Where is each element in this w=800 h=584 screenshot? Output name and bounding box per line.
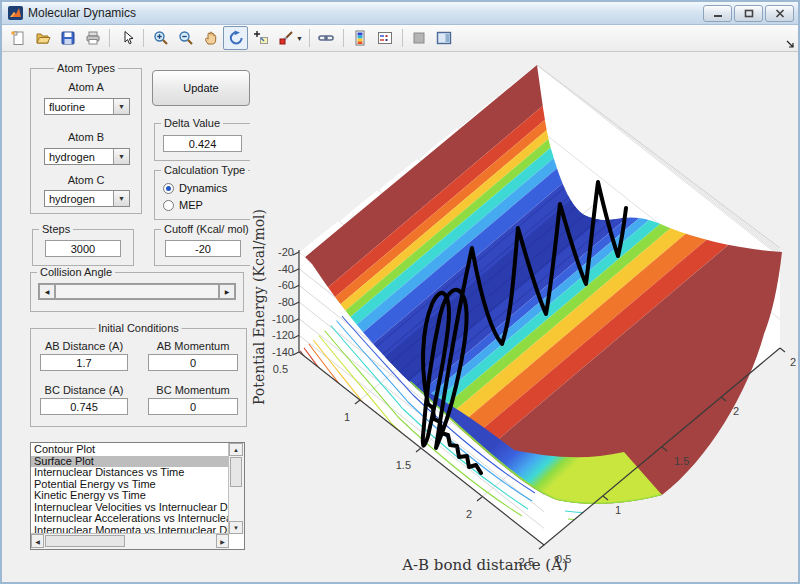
atom-c-dropdown[interactable]: hydrogen ▼ bbox=[44, 190, 130, 207]
cutoff-input[interactable] bbox=[165, 240, 241, 257]
atom-b-dropdown[interactable]: hydrogen ▼ bbox=[44, 148, 130, 165]
surface-plot-axes[interactable]: -20 -40 -60 -80 -100 -120 -140 0.5 1 1.5… bbox=[250, 52, 800, 584]
scroll-down-icon[interactable]: ▼ bbox=[229, 521, 243, 534]
delta-value-input[interactable] bbox=[163, 135, 242, 152]
calculation-type-panel: Calculation Type Dynamics MEP bbox=[154, 170, 251, 220]
slider-left-arrow-icon[interactable]: ◀ bbox=[39, 284, 55, 299]
toolbar-overflow-icon[interactable] bbox=[786, 34, 794, 52]
z-axis-label: Potential Energy (Kcal/mol) bbox=[251, 209, 267, 405]
slider-right-arrow-icon[interactable]: ▶ bbox=[219, 284, 235, 299]
list-item[interactable]: Internuclear Accelerations vs Internucle… bbox=[31, 513, 228, 525]
bc-tick: 2 bbox=[733, 405, 739, 417]
show-plot-tools-button[interactable] bbox=[432, 26, 457, 50]
hide-plot-tools-button[interactable] bbox=[407, 26, 432, 50]
print-figure-icon bbox=[85, 30, 101, 46]
slider-thumb[interactable] bbox=[55, 284, 219, 299]
chevron-down-icon[interactable]: ▼ bbox=[113, 191, 129, 206]
atom-a-dropdown[interactable]: fluorine ▼ bbox=[44, 98, 130, 115]
window-title: Molecular Dynamics bbox=[28, 6, 701, 20]
list-item[interactable]: Kinetic Energy vs Time bbox=[31, 490, 228, 502]
zoom-in-button[interactable] bbox=[148, 26, 173, 50]
insert-legend-icon bbox=[377, 30, 393, 46]
app-window: Molecular Dynamics ▼ Atom T bbox=[0, 0, 800, 584]
open-file-button[interactable] bbox=[30, 26, 55, 50]
ab-distance-input[interactable] bbox=[40, 354, 128, 371]
bc-tick: 2 bbox=[790, 356, 796, 368]
cutoff-panel: Cutoff (Kcal/ mol) bbox=[154, 229, 252, 266]
vertical-scrollbar[interactable]: ▲ ▼ bbox=[228, 443, 244, 534]
close-button[interactable] bbox=[765, 5, 794, 22]
atom-c-value: hydrogen bbox=[45, 193, 113, 205]
toolbar-separator bbox=[109, 29, 110, 47]
radio-mep-label: MEP bbox=[179, 199, 203, 211]
pointer-button[interactable] bbox=[114, 26, 139, 50]
new-figure-button[interactable] bbox=[5, 26, 30, 50]
radio-mep[interactable]: MEP bbox=[163, 199, 203, 211]
data-cursor-icon bbox=[253, 30, 269, 46]
collision-angle-slider[interactable]: ◀ ▶ bbox=[38, 283, 236, 300]
collision-angle-panel: Collision Angle ◀ ▶ bbox=[30, 272, 244, 312]
atom-c-label: Atom C bbox=[31, 174, 141, 186]
hide-plot-tools-icon bbox=[411, 30, 427, 46]
toolbar-separator bbox=[343, 29, 344, 47]
show-plot-tools-icon bbox=[436, 30, 452, 46]
zoom-out-icon bbox=[178, 30, 194, 46]
bc-momentum-input[interactable] bbox=[148, 398, 238, 415]
link-plot-button[interactable] bbox=[314, 26, 339, 50]
link-plot-icon bbox=[318, 30, 334, 46]
update-button[interactable]: Update bbox=[152, 70, 250, 106]
zoom-out-button[interactable] bbox=[173, 26, 198, 50]
save-figure-button[interactable] bbox=[55, 26, 80, 50]
radio-selected-icon bbox=[163, 183, 174, 194]
minimize-button[interactable] bbox=[703, 5, 732, 22]
pointer-icon bbox=[119, 30, 135, 46]
save-figure-icon bbox=[60, 30, 76, 46]
scroll-up-icon[interactable]: ▲ bbox=[229, 443, 243, 456]
bc-tick: 1.5 bbox=[674, 455, 689, 467]
initial-conditions-title: Initial Conditions bbox=[95, 322, 182, 334]
radio-dynamics-label: Dynamics bbox=[179, 182, 227, 194]
listbox-items: Contour Plot Surface Plot Internuclear D… bbox=[31, 444, 228, 533]
cutoff-title: Cutoff (Kcal/ mol) bbox=[161, 223, 252, 235]
brush-data-button[interactable] bbox=[273, 26, 298, 50]
pan-hand-button[interactable] bbox=[198, 26, 223, 50]
insert-legend-button[interactable] bbox=[373, 26, 398, 50]
toolbar: ▼ bbox=[2, 25, 798, 52]
rotate-3d-button[interactable] bbox=[223, 26, 248, 50]
atom-types-panel: Atom Types Atom A fluorine ▼ Atom B hydr… bbox=[30, 68, 142, 214]
ab-tick: 1.5 bbox=[396, 459, 411, 471]
horizontal-scroll-thumb[interactable] bbox=[45, 535, 125, 547]
bc-tick: 1 bbox=[615, 504, 621, 516]
steps-input[interactable] bbox=[45, 240, 121, 257]
z-tick: -140 bbox=[272, 346, 294, 358]
ab-momentum-input[interactable] bbox=[148, 354, 238, 371]
print-figure-button[interactable] bbox=[80, 26, 105, 50]
radio-dynamics[interactable]: Dynamics bbox=[163, 182, 227, 194]
list-item[interactable]: Contour Plot bbox=[31, 444, 228, 456]
vertical-scroll-thumb[interactable] bbox=[230, 457, 242, 487]
horizontal-scrollbar[interactable]: ◀ ▶ bbox=[31, 533, 229, 549]
z-tick: -20 bbox=[278, 246, 294, 258]
insert-colorbar-button[interactable] bbox=[348, 26, 373, 50]
matlab-icon bbox=[8, 6, 23, 20]
data-cursor-button[interactable] bbox=[248, 26, 273, 50]
chevron-down-icon[interactable]: ▼ bbox=[113, 149, 129, 164]
maximize-button[interactable] bbox=[734, 5, 763, 22]
ab-tick: 1 bbox=[344, 411, 350, 423]
list-item[interactable]: Internuclear Distances vs Time bbox=[31, 467, 228, 479]
collision-angle-title: Collision Angle bbox=[37, 266, 115, 278]
brush-dropdown-caret[interactable]: ▼ bbox=[296, 35, 303, 42]
atom-b-value: hydrogen bbox=[45, 151, 113, 163]
bc-distance-input[interactable] bbox=[40, 398, 128, 415]
atom-a-value: fluorine bbox=[45, 101, 113, 113]
atom-types-title: Atom Types bbox=[54, 62, 118, 74]
chevron-down-icon[interactable]: ▼ bbox=[113, 99, 129, 114]
scroll-right-icon[interactable]: ▶ bbox=[216, 534, 229, 548]
title-bar: Molecular Dynamics bbox=[2, 2, 798, 25]
list-item[interactable]: Internuclear Momenta vs Internuclear Dis… bbox=[31, 525, 228, 534]
initial-conditions-panel: Initial Conditions AB Distance (A) AB Mo… bbox=[30, 328, 247, 427]
scroll-left-icon[interactable]: ◀ bbox=[31, 534, 44, 548]
steps-title: Steps bbox=[39, 223, 73, 235]
x-axis-label: A-B bond distance (Å) bbox=[401, 556, 568, 574]
z-tick: -100 bbox=[272, 313, 294, 325]
